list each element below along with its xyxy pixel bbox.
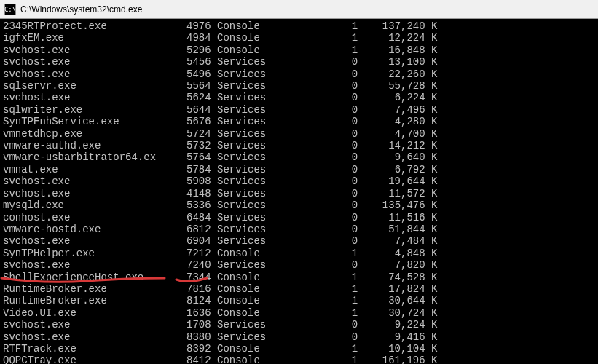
process-session-num: 0 — [327, 199, 358, 211]
process-pid: 7816 — [162, 283, 211, 295]
process-row: svchost.exe7240 Services07,820 K — [3, 259, 595, 271]
process-image-name: svchost.exe — [3, 331, 162, 343]
process-pid: 5336 — [162, 199, 211, 211]
process-mem: 14,212 — [358, 140, 425, 151]
process-mem: 16,848 — [358, 44, 425, 56]
process-mem-unit: K — [425, 248, 438, 259]
process-image-name: svchost.exe — [3, 56, 162, 68]
process-session-name: Services — [217, 259, 327, 271]
process-pid: 6904 — [162, 235, 211, 247]
process-mem: 161,196 — [358, 355, 425, 364]
process-mem-unit: K — [425, 44, 438, 56]
process-pid: 4976 — [162, 20, 211, 32]
process-session-num: 1 — [327, 20, 358, 32]
process-session-num: 1 — [327, 355, 358, 364]
process-mem-unit: K — [425, 116, 438, 127]
process-session-name: Services — [217, 56, 327, 68]
process-mem: 17,824 — [358, 283, 425, 295]
process-mem-unit: K — [425, 175, 438, 187]
process-row: svchost.exe6904 Services07,484 K — [3, 235, 595, 247]
process-mem: 9,640 — [358, 151, 425, 163]
process-session-num: 1 — [327, 295, 358, 306]
process-session-name: Services — [217, 199, 327, 211]
process-pid: 5456 — [162, 56, 211, 68]
process-mem: 137,240 — [358, 20, 425, 32]
process-image-name: svchost.exe — [3, 319, 162, 331]
process-mem-unit: K — [425, 80, 438, 92]
process-image-name: svchost.exe — [3, 188, 162, 199]
process-session-num: 1 — [327, 343, 358, 355]
process-pid: 8124 — [162, 295, 211, 306]
process-session-name: Services — [217, 104, 327, 116]
process-session-name: Services — [217, 151, 327, 163]
window-title: C:\Windows\system32\cmd.exe — [20, 4, 142, 15]
process-mem: 13,100 — [358, 56, 425, 68]
process-row: svchost.exe5296 Console116,848 K — [3, 44, 595, 56]
process-mem: 9,416 — [358, 331, 425, 343]
process-mem: 4,700 — [358, 128, 425, 140]
process-mem: 51,844 — [358, 223, 425, 235]
process-image-name: sqlservr.exe — [3, 80, 162, 92]
process-mem: 30,644 — [358, 295, 425, 306]
process-mem: 30,724 — [358, 307, 425, 319]
process-mem-unit: K — [425, 235, 438, 247]
process-pid: 6812 — [162, 223, 211, 235]
process-session-num: 0 — [327, 116, 358, 127]
process-row: 2345RTProtect.exe4976 Console1137,240 K — [3, 20, 595, 32]
process-mem: 11,516 — [358, 212, 425, 223]
process-pid: 8392 — [162, 343, 211, 355]
process-session-num: 0 — [327, 164, 358, 175]
process-mem-unit: K — [425, 295, 438, 306]
process-row: QQPCTray.exe8412 Console1161,196 K — [3, 355, 595, 364]
process-row: vmware-usbarbitrator64.ex5764 Services09… — [3, 151, 595, 163]
process-mem: 10,104 — [358, 343, 425, 355]
process-image-name: 2345RTProtect.exe — [3, 20, 162, 32]
process-row: mysqld.exe5336 Services0135,476 K — [3, 199, 595, 211]
process-mem-unit: K — [425, 355, 438, 364]
process-row: sqlservr.exe5564 Services055,728 K — [3, 80, 595, 92]
process-session-name: Services — [217, 116, 327, 127]
process-mem: 55,728 — [358, 80, 425, 92]
process-pid: 8412 — [162, 355, 211, 364]
process-mem-unit: K — [425, 188, 438, 199]
process-session-num: 0 — [327, 235, 358, 247]
process-row: svchost.exe5908 Services019,644 K — [3, 175, 595, 187]
process-session-name: Services — [217, 164, 327, 175]
process-mem: 11,572 — [358, 188, 425, 199]
process-session-name: Console — [217, 32, 327, 44]
process-image-name: vmware-authd.exe — [3, 140, 162, 151]
process-row: RTFTrack.exe8392 Console110,104 K — [3, 343, 595, 355]
process-row: svchost.exe4148 Services011,572 K — [3, 188, 595, 199]
process-pid: 5564 — [162, 80, 211, 92]
process-image-name: vmnat.exe — [3, 164, 162, 175]
process-session-num: 1 — [327, 32, 358, 44]
process-session-num: 0 — [327, 223, 358, 235]
process-row: svchost.exe1708 Services09,224 K — [3, 319, 595, 331]
process-pid: 1636 — [162, 307, 211, 319]
process-mem-unit: K — [425, 331, 438, 343]
process-session-name: Console — [217, 20, 327, 32]
process-mem: 22,260 — [358, 68, 425, 80]
process-pid: 5724 — [162, 128, 211, 140]
process-mem: 7,484 — [358, 235, 425, 247]
process-image-name: RuntimeBroker.exe — [3, 283, 162, 295]
process-row: svchost.exe5496 Services022,260 K — [3, 68, 595, 80]
title-bar[interactable]: C:\ C:\Windows\system32\cmd.exe — [0, 0, 598, 19]
cmd-icon: C:\ — [4, 4, 16, 15]
process-pid: 8380 — [162, 331, 211, 343]
process-session-num: 0 — [327, 331, 358, 343]
process-mem: 6,224 — [358, 92, 425, 103]
process-row: sqlwriter.exe5644 Services07,496 K — [3, 104, 595, 116]
process-row: svchost.exe5456 Services013,100 K — [3, 56, 595, 68]
process-session-name: Services — [217, 92, 327, 103]
process-session-name: Services — [217, 319, 327, 331]
process-image-name: svchost.exe — [3, 259, 162, 271]
process-session-name: Services — [217, 235, 327, 247]
process-mem-unit: K — [425, 104, 438, 116]
process-mem-unit: K — [425, 56, 438, 68]
process-mem: 4,848 — [358, 248, 425, 259]
process-session-name: Services — [217, 188, 327, 199]
process-session-num: 1 — [327, 44, 358, 56]
process-image-name: svchost.exe — [3, 44, 162, 56]
terminal-output: 2345RTProtect.exe4976 Console1137,240 Ki… — [0, 19, 598, 364]
